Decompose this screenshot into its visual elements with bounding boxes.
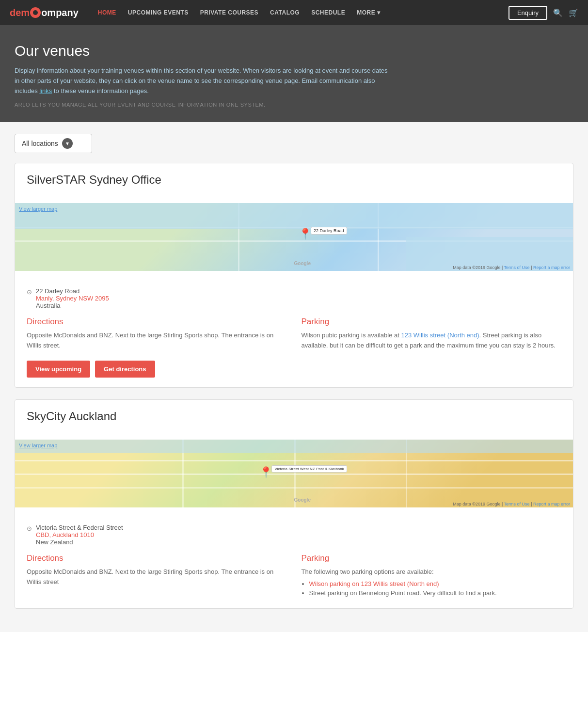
view-larger-map-link-auckland[interactable]: View larger map bbox=[19, 443, 57, 448]
parking-item-1: Wilson parking on 123 Willis street (Nor… bbox=[309, 580, 562, 587]
nav-links: HOME UPCOMING EVENTS PRIVATE COURSES CAT… bbox=[93, 7, 509, 18]
directions-col-skycity: Directions Opposite McDonalds and BNZ. N… bbox=[27, 553, 287, 599]
parking-col-silverstar: Parking Wilson pubic parking is availabl… bbox=[302, 317, 562, 351]
venue-card-body-skycity: ⊙ Victoria Street & Federal Street CBD, … bbox=[15, 507, 573, 608]
site-logo[interactable]: dem ompany bbox=[10, 7, 79, 18]
google-logo-auckland: Google bbox=[294, 497, 311, 503]
venue-card-body-silverstar: ⊙ 22 Darley Road Manly, Sydney NSW 2095 … bbox=[15, 271, 573, 387]
map-water-top bbox=[15, 440, 573, 453]
nav-more[interactable]: MORE ▾ bbox=[352, 7, 385, 18]
logo-ompany: ompany bbox=[41, 7, 79, 18]
directions-title-auckland: Directions bbox=[27, 553, 287, 563]
logo-dem: dem bbox=[10, 7, 30, 18]
info-columns-skycity: Directions Opposite McDonalds and BNZ. N… bbox=[27, 553, 561, 599]
address-line2: Manly, Sydney NSW 2095 bbox=[36, 295, 109, 302]
parking-intro: The following two parking options are av… bbox=[302, 567, 562, 577]
enquiry-button[interactable]: Enquiry bbox=[509, 6, 547, 20]
map-attribution: Map data ©2019 Google | Terms of Use | R… bbox=[453, 265, 570, 270]
venue-address-skycity: ⊙ Victoria Street & Federal Street CBD, … bbox=[27, 524, 561, 546]
map-pin-label-auckland: Victoria Street West NZ Post & Kiwibank bbox=[271, 465, 347, 473]
hero-description: Display information about your training … bbox=[15, 66, 393, 96]
nav-private-courses[interactable]: PRIVATE COURSES bbox=[195, 7, 263, 18]
location-label: All locations bbox=[22, 140, 58, 147]
address-text-auckland: Victoria Street & Federal Street CBD, Au… bbox=[36, 524, 123, 546]
terms-link-auckland[interactable]: Terms of Use bbox=[504, 502, 530, 506]
directions-title: Directions bbox=[27, 317, 287, 327]
view-upcoming-button[interactable]: View upcoming bbox=[27, 361, 90, 378]
map-attribution-auckland: Map data ©2019 Google | Terms of Use | R… bbox=[453, 502, 570, 506]
address-text: 22 Darley Road Manly, Sydney NSW 2095 Au… bbox=[36, 287, 109, 309]
venue-card-header-skycity: SkyCity Auckland bbox=[15, 400, 573, 440]
address-line3: Australia bbox=[36, 302, 109, 309]
parking-item-2: Street parking on Bennelong Point road. … bbox=[309, 589, 562, 597]
search-icon[interactable]: 🔍 bbox=[553, 8, 563, 17]
filter-bar: All locations ▾ bbox=[15, 134, 573, 153]
view-larger-map-link[interactable]: View larger map bbox=[19, 206, 57, 212]
address-line2-auckland: CBD, Auckland 1010 bbox=[36, 531, 123, 538]
logo-circle bbox=[30, 7, 41, 18]
address-line1-auckland: Victoria Street & Federal Street bbox=[36, 524, 123, 531]
venue-title-skycity: SkyCity Auckland bbox=[27, 410, 561, 423]
nav-upcoming-events[interactable]: UPCOMING EVENTS bbox=[123, 7, 193, 18]
nav-schedule[interactable]: SCHEDULE bbox=[306, 7, 350, 18]
address-line1: 22 Darley Road bbox=[36, 287, 109, 295]
hero-banner: Our venues Display information about you… bbox=[0, 25, 588, 122]
address-line3-auckland: New Zealand bbox=[36, 538, 123, 546]
get-directions-button[interactable]: Get directions bbox=[95, 361, 155, 378]
parking-title-auckland: Parking bbox=[302, 553, 562, 563]
venue-card-silverstar: SilverSTAR Sydney Office 📍 22 Darley Roa… bbox=[15, 163, 573, 388]
parking-col-skycity: Parking The following two parking option… bbox=[302, 553, 562, 599]
dropdown-arrow-icon: ▾ bbox=[62, 138, 73, 149]
location-dropdown[interactable]: All locations ▾ bbox=[15, 134, 92, 153]
map-water bbox=[15, 203, 573, 229]
map-pin: 📍 bbox=[299, 228, 312, 240]
parking-title: Parking bbox=[302, 317, 562, 327]
nav-actions: Enquiry 🔍 🛒 bbox=[509, 6, 578, 20]
action-buttons-silverstar: View upcoming Get directions bbox=[27, 361, 561, 378]
venue-title-silverstar: SilverSTAR Sydney Office bbox=[27, 173, 561, 187]
venue-card-skycity: SkyCity Auckland 📍 Victoria Street West … bbox=[15, 399, 573, 609]
cart-icon[interactable]: 🛒 bbox=[569, 8, 578, 17]
report-link-auckland[interactable]: Report a map error bbox=[533, 502, 570, 506]
parking-text: Wilson pubic parking is available at 123… bbox=[302, 331, 562, 351]
parking-link-1[interactable]: Wilson parking on 123 Willis street (Nor… bbox=[309, 580, 439, 587]
directions-col-silverstar: Directions Opposite McDonalds and BNZ. N… bbox=[27, 317, 287, 351]
main-content: All locations ▾ SilverSTAR Sydney Office… bbox=[0, 122, 588, 632]
location-pin-icon: ⊙ bbox=[27, 288, 32, 296]
directions-text: Opposite McDonalds and BNZ. Next to the … bbox=[27, 331, 287, 351]
nav-catalog[interactable]: CATALOG bbox=[265, 7, 304, 18]
hero-tagline: ARLO LETS YOU MANAGE ALL YOUR EVENT AND … bbox=[15, 102, 573, 108]
venue-map-sydney: 📍 22 Darley Road View larger map Google … bbox=[15, 203, 573, 271]
venue-map-auckland: 📍 Victoria Street West NZ Post & Kiwiban… bbox=[15, 440, 573, 507]
map-pin-label: 22 Darley Road bbox=[311, 227, 347, 235]
location-pin-icon-auckland: ⊙ bbox=[27, 525, 32, 532]
map-pin-auckland: 📍 bbox=[259, 466, 272, 479]
nav-home[interactable]: HOME bbox=[93, 7, 121, 18]
navigation: dem ompany HOME UPCOMING EVENTS PRIVATE … bbox=[0, 0, 588, 25]
parking-link[interactable]: 123 Willis street (North end) bbox=[401, 332, 479, 339]
info-columns-silverstar: Directions Opposite McDonalds and BNZ. N… bbox=[27, 317, 561, 351]
parking-list: Wilson parking on 123 Willis street (Nor… bbox=[309, 580, 562, 597]
hero-link[interactable]: links bbox=[39, 87, 52, 95]
venue-address-silverstar: ⊙ 22 Darley Road Manly, Sydney NSW 2095 … bbox=[27, 287, 561, 309]
venue-card-inner: SilverSTAR Sydney Office bbox=[15, 163, 573, 203]
report-link[interactable]: Report a map error bbox=[533, 265, 570, 270]
page-title: Our venues bbox=[15, 43, 573, 59]
logo-circle-inner bbox=[33, 10, 38, 15]
directions-text-auckland: Opposite McDonalds and BNZ. Next to the … bbox=[27, 567, 287, 587]
terms-link[interactable]: Terms of Use bbox=[504, 265, 530, 270]
google-logo: Google bbox=[294, 261, 311, 266]
